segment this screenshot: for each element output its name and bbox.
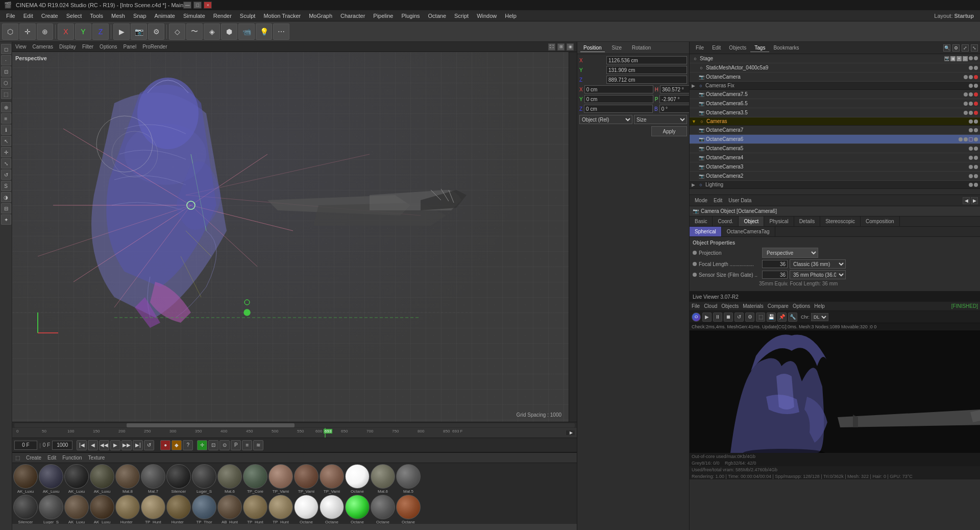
menu-help[interactable]: Help [501,12,521,20]
material-ball-11[interactable] [294,464,318,489]
viewport-nav-prorender[interactable]: ProRender [142,44,167,50]
auto-key-btn[interactable]: ⊙ [219,440,230,450]
material-item-4[interactable]: Mat.8 [115,464,140,494]
cam-tab-octanetag[interactable]: OctaneCameraTag [722,227,775,236]
material-item-15[interactable]: Mat.5 [396,464,421,494]
record-btn[interactable]: ● [160,440,170,450]
menu-snap[interactable]: Snap [129,12,151,20]
material-item-26[interactable]: TP_Hunt [268,495,293,524]
mat-tab-create[interactable]: Create [26,455,41,461]
go-to-end-btn[interactable]: ▶| [133,440,143,450]
material-item-5[interactable]: Mat.7 [141,464,165,494]
focal-preset[interactable]: Classic (36 mm) Wide (24 mm) Telephoto (… [790,259,846,269]
left-snap[interactable]: ⊕ [1,102,11,112]
material-item-30[interactable]: Octane [371,495,395,524]
transform-tab-size[interactable]: Size [609,44,625,52]
material-ball-12[interactable] [320,464,344,489]
viewport-nav-display[interactable]: Display [59,44,76,50]
material-item-6[interactable]: Silencer [166,464,191,494]
left-align[interactable]: ≡ [1,113,11,124]
toolbar-render-preview[interactable]: ▶ [113,23,130,40]
transform-tab-rotation[interactable]: Rotation [629,44,654,52]
cameras-render[interactable] [974,119,978,124]
left-fx[interactable]: ✦ [1,214,11,225]
material-ball-29[interactable] [345,495,370,519]
material-item-22[interactable]: Hunter_ [166,495,191,524]
lv-menu-materials[interactable]: Materials [743,303,764,309]
cam35-render[interactable] [969,111,973,115]
menu-file[interactable]: File [2,12,19,20]
menu-animate[interactable]: Animate [151,12,179,20]
cam3-vis[interactable] [969,165,973,169]
menu-mesh[interactable]: Mesh [107,12,129,20]
material-item-8[interactable]: Mat.6 [217,464,242,494]
mesh-render-dot[interactable] [974,66,978,70]
material-ball-7[interactable] [192,464,216,489]
ruler-scroll-btn[interactable]: ▶ [567,430,575,435]
cam-tab-spherical[interactable]: Spherical [690,227,722,236]
om-settings-icon[interactable]: ⚙ [952,44,960,52]
material-ball-22[interactable] [166,495,191,519]
cam6-render[interactable] [964,137,968,141]
transform-tab-position[interactable]: Position [580,44,605,52]
lv-btn-pin[interactable]: 📌 [777,312,787,322]
left-select-tool[interactable]: ↖ [1,136,11,146]
om-tab-file[interactable]: File [692,44,708,52]
3d-viewport[interactable]: Perspective Grid Spacing : 1000 [12,52,577,422]
material-item-16[interactable]: Silencer [13,495,38,524]
cam-nav-next[interactable]: ▶ [971,197,978,204]
toolbar-deformer[interactable]: ⬢ [221,23,237,40]
toolbar-move[interactable]: ⊕ [37,23,53,40]
mat-tab-texture[interactable]: Texture [88,455,105,461]
cam6-vis[interactable] [959,137,963,141]
material-ball-26[interactable] [268,495,293,519]
viewport-nav-view[interactable]: View [15,44,27,50]
menu-create[interactable]: Create [37,12,62,20]
material-item-12[interactable]: TP_Vami [320,464,344,494]
tree-item-octanecam[interactable]: 📷 OctaneCamera [690,73,980,82]
octanecam-render[interactable] [969,75,973,79]
material-item-20[interactable]: Hunter_ [115,495,140,524]
cam-tab-basic[interactable]: Basic [690,216,713,226]
tree-item-cam3[interactable]: 📷 OctaneCamera3 [690,162,980,172]
stage-icon-tag1[interactable]: ▣ [950,56,955,61]
material-ball-23[interactable] [192,495,216,519]
toolbar-generator[interactable]: ◈ [204,23,220,40]
material-item-18[interactable]: AK_Luxu [64,495,89,524]
menu-plugins[interactable]: Plugins [397,12,424,20]
material-ball-3[interactable] [90,464,114,489]
current-frame-input[interactable] [14,441,37,450]
lv-btn-save[interactable]: 💾 [767,312,776,322]
size-b-input[interactable] [659,105,690,113]
camsfix-vis[interactable] [969,84,973,88]
play-btn[interactable]: ▶ [110,440,120,450]
sensor-input[interactable] [762,271,788,279]
material-ball-30[interactable] [371,495,395,519]
material-item-31[interactable]: Octane [396,495,421,524]
cam-mode-userdata[interactable]: User Data [725,197,754,204]
pos-z-input[interactable] [606,76,687,84]
material-item-13[interactable]: Octane [345,464,370,494]
cam35-red[interactable] [974,111,978,115]
menu-edit[interactable]: Edit [19,12,37,20]
toolbar-select[interactable]: ✛ [19,23,36,40]
viewport-hscroll[interactable] [12,422,577,428]
material-item-24[interactable]: AB_Hunt [217,495,242,524]
material-ball-25[interactable] [243,495,267,519]
toolbar-light[interactable]: 💡 [256,23,272,40]
material-ball-1[interactable] [39,464,63,489]
toolbar-rotate-x[interactable]: X [58,23,74,40]
material-ball-5[interactable] [141,464,165,489]
toolbar-model-mode[interactable]: ⬡ [2,23,18,40]
material-item-1[interactable]: AK_Luxu [39,464,63,494]
transform-size-dropdown[interactable]: Size Scale [634,115,687,124]
tree-item-cam65[interactable]: 📷 OctaneCamera6.5 [690,99,980,108]
toolbar-more[interactable]: ⋯ [273,23,289,40]
lv-menu-help[interactable]: Help [814,303,825,309]
cam-nav-prev[interactable]: ◀ [963,197,970,204]
material-ball-16[interactable] [13,495,38,519]
cam6-dot2[interactable] [974,137,978,141]
om-search-icon[interactable]: 🔍 [943,44,950,52]
material-item-0[interactable]: AK_Luxu [13,464,38,494]
motion-btn[interactable]: P [231,440,241,450]
